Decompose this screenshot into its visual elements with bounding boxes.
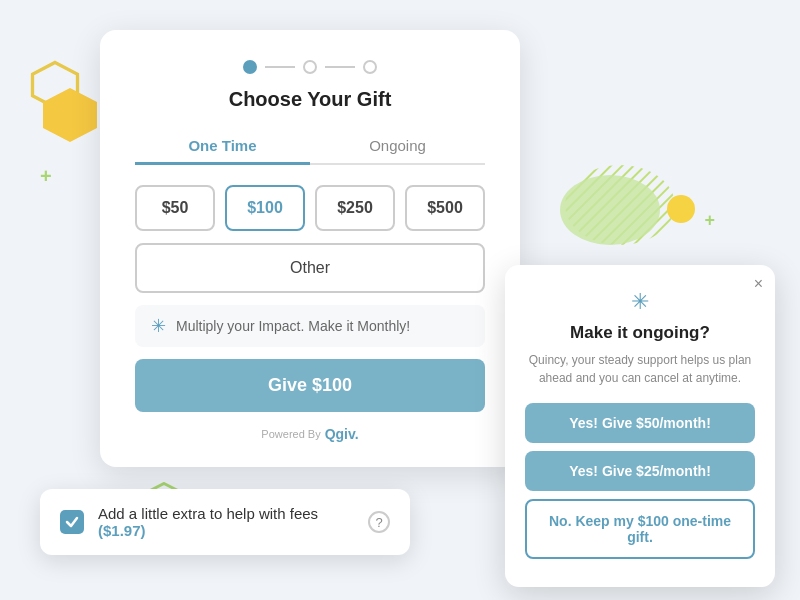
- promo-sparkle-icon: ✳: [151, 315, 166, 337]
- give-button[interactable]: Give $100: [135, 359, 485, 412]
- fee-text: Add a little extra to help with fees ($1…: [98, 505, 354, 539]
- fee-checkbox[interactable]: [60, 510, 84, 534]
- amount-500-button[interactable]: $500: [405, 185, 485, 231]
- svg-point-3: [565, 165, 675, 245]
- checkmark-icon: [65, 515, 79, 529]
- diagonal-lines-decor: [565, 165, 675, 245]
- fee-help-button[interactable]: ?: [368, 511, 390, 533]
- step-line-1: [265, 66, 295, 68]
- hex-outline-icon: [30, 60, 80, 110]
- yellow-circle-decor: [667, 195, 695, 223]
- amount-50-button[interactable]: $50: [135, 185, 215, 231]
- popup-yes-25-button[interactable]: Yes! Give $25/month!: [525, 451, 755, 491]
- fee-card: Add a little extra to help with fees ($1…: [40, 489, 410, 555]
- powered-by: Powered By Qgiv.: [135, 426, 485, 442]
- green-blob-decor: [560, 175, 660, 245]
- popup-no-button[interactable]: No. Keep my $100 one-time gift.: [525, 499, 755, 559]
- popup-sparkle-icon: ✳: [525, 289, 755, 315]
- green-plus-topleft-icon: +: [40, 165, 52, 188]
- gift-title: Choose Your Gift: [135, 88, 485, 111]
- step-dot-3: [363, 60, 377, 74]
- amount-100-button[interactable]: $100: [225, 185, 305, 231]
- green-plus-topright-icon: +: [704, 210, 715, 231]
- other-amount-button[interactable]: Other: [135, 243, 485, 293]
- tab-one-time[interactable]: One Time: [135, 129, 310, 165]
- fee-label: Add a little extra to help with fees: [98, 505, 318, 522]
- fee-amount: ($1.97): [98, 522, 146, 539]
- step-indicator: [135, 60, 485, 74]
- gift-card: Choose Your Gift One Time Ongoing $50 $1…: [100, 30, 520, 467]
- step-line-2: [325, 66, 355, 68]
- popup-yes-50-button[interactable]: Yes! Give $50/month!: [525, 403, 755, 443]
- give-button-prefix: Give: [268, 375, 312, 395]
- ongoing-popup: × ✳ Make it ongoing? Quincy, your steady…: [505, 265, 775, 587]
- qgiv-logo: Qgiv.: [325, 426, 359, 442]
- tab-ongoing[interactable]: Ongoing: [310, 129, 485, 165]
- give-button-amount: $100: [312, 375, 352, 395]
- powered-by-label: Powered By: [261, 428, 320, 440]
- amount-250-button[interactable]: $250: [315, 185, 395, 231]
- popup-title: Make it ongoing?: [525, 323, 755, 343]
- monthly-promo-banner: ✳ Multiply your Impact. Make it Monthly!: [135, 305, 485, 347]
- step-dot-1: [243, 60, 257, 74]
- hex-solid-icon: [40, 85, 100, 145]
- popup-description: Quincy, your steady support helps us pla…: [525, 351, 755, 387]
- amount-grid: $50 $100 $250 $500: [135, 185, 485, 231]
- promo-text: Multiply your Impact. Make it Monthly!: [176, 318, 410, 334]
- svg-marker-0: [33, 63, 78, 108]
- svg-marker-1: [43, 88, 97, 142]
- popup-close-button[interactable]: ×: [754, 275, 763, 293]
- step-dot-2: [303, 60, 317, 74]
- tab-bar: One Time Ongoing: [135, 129, 485, 165]
